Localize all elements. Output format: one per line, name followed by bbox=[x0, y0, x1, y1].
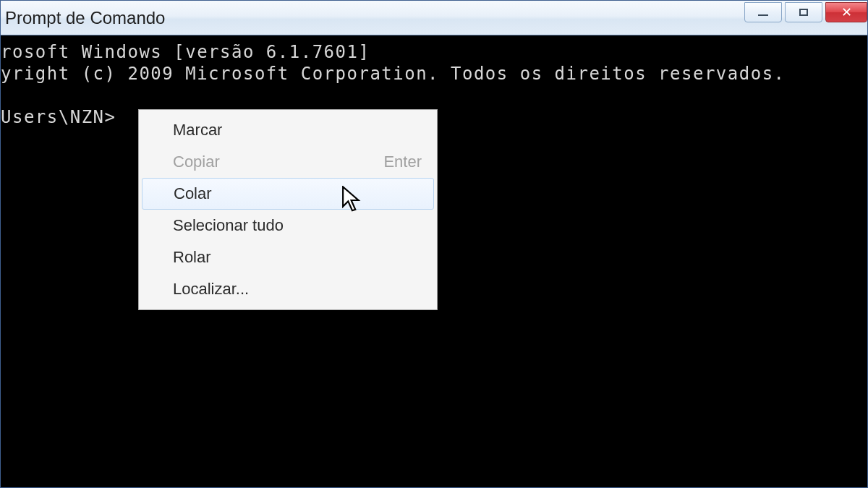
menu-item-label: Rolar bbox=[173, 248, 211, 267]
menu-item-rolar[interactable]: Rolar bbox=[141, 241, 435, 273]
command-prompt-window: Prompt de Comando ✕ rosoft Windows [vers… bbox=[0, 0, 868, 488]
window-controls: ✕ bbox=[744, 1, 867, 35]
menu-item-label: Colar bbox=[174, 184, 212, 203]
terminal-line: yright (c) 2009 Microsoft Corporation. T… bbox=[1, 63, 867, 85]
menu-item-shortcut: Enter bbox=[383, 153, 422, 171]
context-menu: Marcar Copiar Enter Colar Selecionar tud… bbox=[138, 109, 438, 310]
minimize-icon bbox=[758, 14, 768, 16]
close-icon: ✕ bbox=[841, 6, 852, 19]
terminal-line: rosoft Windows [versão 6.1.7601] bbox=[1, 41, 867, 63]
minimize-button[interactable] bbox=[744, 2, 782, 22]
menu-item-label: Copiar bbox=[173, 153, 220, 171]
menu-item-localizar[interactable]: Localizar... bbox=[141, 273, 435, 305]
menu-item-marcar[interactable]: Marcar bbox=[141, 114, 435, 146]
menu-item-colar[interactable]: Colar bbox=[142, 178, 434, 210]
window-title: Prompt de Comando bbox=[5, 8, 165, 28]
maximize-button[interactable] bbox=[785, 2, 822, 22]
menu-item-label: Selecionar tudo bbox=[173, 216, 284, 235]
menu-item-label: Localizar... bbox=[173, 280, 249, 299]
menu-item-copiar: Copiar Enter bbox=[141, 146, 435, 178]
menu-item-selecionar-tudo[interactable]: Selecionar tudo bbox=[141, 210, 435, 241]
menu-item-label: Marcar bbox=[173, 121, 222, 140]
terminal-line bbox=[1, 85, 867, 106]
titlebar[interactable]: Prompt de Comando ✕ bbox=[1, 1, 867, 35]
maximize-icon bbox=[799, 9, 808, 16]
close-button[interactable]: ✕ bbox=[825, 2, 867, 22]
